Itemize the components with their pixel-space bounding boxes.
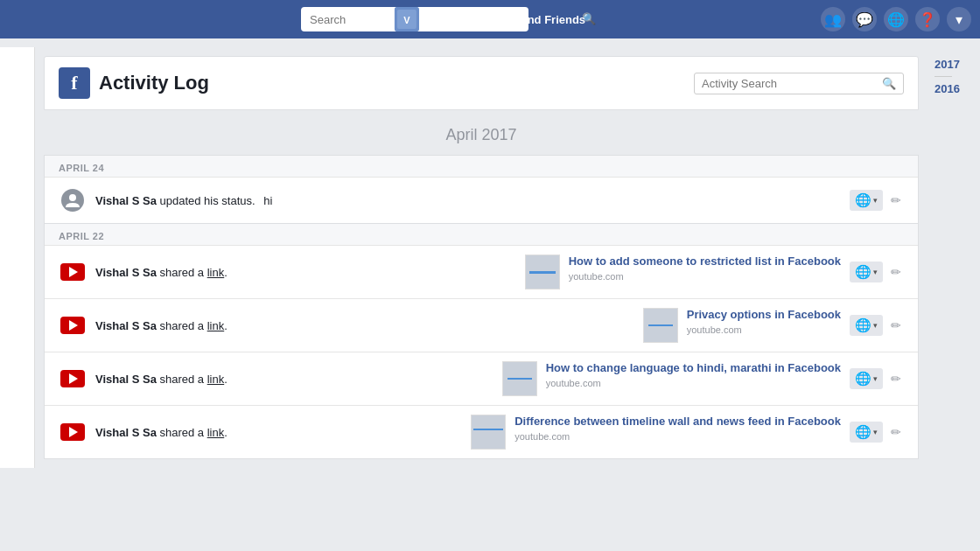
nav-home-link[interactable]: Home — [472, 13, 503, 26]
user-name: Vishal S Sa — [95, 426, 157, 439]
privacy-globe-icon: 🌐 — [855, 317, 872, 333]
link-domain: youtube.com — [687, 324, 841, 335]
table-row: Vishal S Sa shared a link. Difference be… — [45, 406, 918, 458]
edit-button[interactable]: ✏ — [888, 191, 904, 210]
privacy-button[interactable]: 🌐 ▾ — [850, 315, 883, 336]
link-preview: Privacy options in Facebook youtube.com — [643, 308, 841, 343]
status-content: hi — [263, 194, 272, 207]
avatar: V — [395, 7, 419, 31]
thumb-decoration — [529, 271, 556, 274]
link-info: Privacy options in Facebook youtube.com — [687, 308, 841, 335]
header-left: f Activity Log — [59, 67, 209, 99]
link-thumbnail — [471, 415, 506, 450]
yt-play-icon — [69, 320, 78, 331]
privacy-globe-icon: 🌐 — [855, 192, 872, 208]
activity-description: Vishal S Sa shared a link. — [95, 426, 455, 439]
privacy-globe-icon: 🌐 — [855, 424, 872, 440]
link-info: How to change language to hindi, marathi… — [546, 361, 841, 388]
activity-description: Vishal S Sa updated his status. hi — [95, 194, 841, 207]
friends-icon[interactable]: 👥 — [821, 7, 845, 31]
edit-button[interactable]: ✏ — [888, 369, 904, 388]
table-row: Vishal S Sa updated his status. hi 🌐 ▾ ✏ — [45, 178, 918, 223]
svg-text:V: V — [403, 15, 410, 25]
action-text: shared a link. — [159, 319, 227, 332]
action-text: shared a link. — [159, 373, 227, 386]
link-domain: youtube.com — [569, 271, 841, 282]
activity-search-icon: 🔍 — [882, 77, 896, 90]
link-preview: How to add someone to restricted list in… — [525, 255, 841, 289]
globe-nav-icon[interactable]: 🌐 — [884, 7, 908, 31]
thumb-decoration — [508, 378, 532, 380]
nav-find-friends-link[interactable]: Find Friends — [517, 13, 585, 26]
yt-logo — [60, 370, 85, 387]
activity-description: Vishal S Sa shared a link. — [95, 266, 509, 279]
link-preview: How to change language to hindi, marathi… — [502, 361, 841, 396]
svg-point-3 — [69, 194, 76, 201]
activity-description: Vishal S Sa shared a link. — [95, 319, 627, 332]
privacy-chevron-icon: ▾ — [873, 196, 878, 205]
action-text: updated his status. — [159, 194, 255, 207]
action-text: shared a link. — [159, 266, 227, 279]
activity-search-wrap[interactable]: 🔍 — [694, 73, 904, 94]
year-item-2017[interactable]: 2017 — [934, 56, 980, 73]
privacy-button[interactable]: 🌐 ▾ — [850, 422, 883, 443]
link-title[interactable]: How to add someone to restricted list in… — [569, 255, 841, 269]
date-label: APRIL 22 — [45, 224, 918, 246]
activity-actions: 🌐 ▾ ✏ — [850, 315, 904, 336]
youtube-icon — [59, 311, 87, 339]
person-avatar-icon — [59, 186, 87, 214]
link-title[interactable]: Difference between timeline wall and new… — [514, 415, 841, 429]
page-title: Activity Log — [99, 72, 209, 94]
privacy-globe-icon: 🌐 — [855, 264, 872, 280]
edit-button[interactable]: ✏ — [888, 262, 904, 282]
messenger-icon[interactable]: 💬 — [852, 7, 877, 31]
nav-center: V Vishal Home Find Friends — [395, 7, 585, 31]
activity-description: Vishal S Sa shared a link. — [95, 373, 486, 386]
link-preview: Difference between timeline wall and new… — [471, 415, 841, 450]
user-icon — [61, 189, 84, 212]
table-row: Vishal S Sa shared a link. How to add so… — [45, 246, 918, 299]
privacy-chevron-icon: ▾ — [873, 268, 878, 276]
link-title[interactable]: How to change language to hindi, marathi… — [546, 361, 841, 376]
nav-chevron-icon[interactable]: ▾ — [947, 7, 971, 31]
right-sidebar: 2017 2016 — [928, 47, 980, 468]
edit-button[interactable]: ✏ — [888, 316, 904, 335]
sections-wrap: APRIL 24 Vishal S Sa updated his s — [44, 155, 919, 459]
activity-log-header: f Activity Log 🔍 — [44, 56, 919, 110]
year-divider — [934, 76, 952, 77]
youtube-icon — [59, 258, 87, 286]
nav-profile[interactable]: V Vishal — [395, 7, 458, 31]
edit-button[interactable]: ✏ — [888, 422, 904, 442]
link-thumbnail — [643, 308, 678, 343]
yt-logo — [60, 263, 85, 281]
link-domain: youtube.com — [514, 431, 841, 442]
user-name: Vishal S Sa — [95, 319, 157, 332]
privacy-button[interactable]: 🌐 ▾ — [850, 262, 883, 282]
link-title[interactable]: Privacy options in Facebook — [687, 308, 841, 323]
privacy-button[interactable]: 🌐 ▾ — [850, 368, 883, 389]
year-item-2016[interactable]: 2016 — [934, 80, 980, 97]
date-label: APRIL 24 — [45, 156, 918, 178]
activity-actions: 🌐 ▾ ✏ — [850, 422, 904, 443]
link-thumbnail — [502, 361, 537, 396]
top-navigation: 🔍 V Vishal Home Find Friends 👥 💬 🌐 ❓ ▾ — [0, 0, 980, 38]
left-sidebar — [0, 47, 35, 468]
user-name: Vishal S Sa — [95, 266, 157, 279]
nav-username: Vishal — [424, 13, 458, 26]
privacy-button[interactable]: 🌐 ▾ — [850, 190, 883, 211]
help-icon[interactable]: ❓ — [915, 7, 940, 31]
yt-play-icon — [69, 427, 78, 437]
table-row: Vishal S Sa shared a link. Privacy optio… — [45, 299, 918, 352]
privacy-chevron-icon: ▾ — [873, 321, 878, 330]
thumb-decoration — [648, 324, 673, 326]
link-thumbnail — [525, 255, 560, 289]
link-domain: youtube.com — [546, 378, 841, 388]
user-name: Vishal S Sa — [95, 373, 157, 386]
action-text: shared a link. — [159, 426, 227, 439]
nav-icons: 👥 💬 🌐 ❓ ▾ — [821, 7, 971, 31]
activity-search-input[interactable] — [702, 77, 877, 90]
month-header: April 2017 — [44, 110, 919, 155]
link-info: Difference between timeline wall and new… — [514, 415, 841, 442]
user-name: Vishal S Sa — [95, 194, 157, 207]
date-section-april24: APRIL 24 Vishal S Sa updated his s — [44, 155, 919, 224]
